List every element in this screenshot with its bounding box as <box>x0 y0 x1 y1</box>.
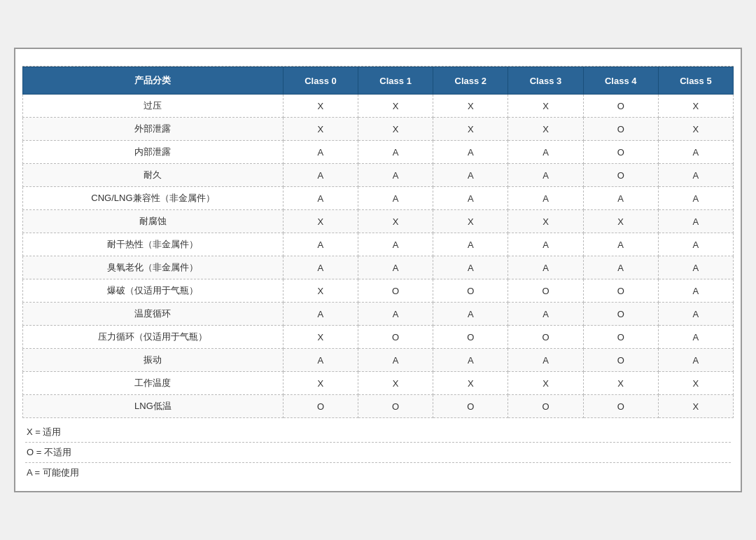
cell-r8-c4: O <box>583 279 658 303</box>
col-header-class-3: Class 3 <box>508 67 583 95</box>
cell-r11-c0: A <box>283 349 358 372</box>
cell-r9-c0: A <box>283 303 358 326</box>
cell-r11-c4: O <box>583 349 658 372</box>
table-row: 臭氧老化（非金属件）AAAAAA <box>23 256 734 279</box>
cell-r4-c4: A <box>583 187 658 210</box>
cell-r5-c4: X <box>583 210 658 233</box>
cell-r9-c5: A <box>658 303 733 326</box>
col-header-class-2: Class 2 <box>433 67 508 95</box>
cell-r0-c2: X <box>433 95 508 118</box>
cell-r8-c0: X <box>283 279 358 303</box>
cell-r12-c5: X <box>658 372 733 395</box>
cell-r0-c0: X <box>283 95 358 118</box>
cell-r6-c2: A <box>433 233 508 256</box>
cell-r12-c3: X <box>508 372 583 395</box>
cell-r13-c3: O <box>508 395 583 418</box>
cell-r6-c5: A <box>658 233 733 256</box>
cell-r10-c2: O <box>433 326 508 349</box>
cell-r11-c5: A <box>658 349 733 372</box>
table-row: 过压XXXXOX <box>23 95 734 118</box>
row-category-3: 耐久 <box>23 164 284 187</box>
legend-item-0: X = 适用 <box>25 422 731 443</box>
cell-r0-c1: X <box>358 95 433 118</box>
cell-r0-c3: X <box>508 95 583 118</box>
cell-r13-c5: X <box>658 395 733 418</box>
cell-r1-c1: X <box>358 118 433 141</box>
cell-r13-c0: O <box>283 395 358 418</box>
cell-r7-c4: A <box>583 256 658 279</box>
row-category-11: 振动 <box>23 349 284 372</box>
row-category-2: 内部泄露 <box>23 141 284 164</box>
row-category-0: 过压 <box>23 95 284 118</box>
cell-r4-c5: A <box>658 187 733 210</box>
table-title <box>22 56 734 67</box>
cell-r1-c0: X <box>283 118 358 141</box>
table-row: 爆破（仅适用于气瓶）XOOOOA <box>23 279 734 303</box>
cell-r12-c1: X <box>358 372 433 395</box>
cell-r1-c5: X <box>658 118 733 141</box>
cell-r10-c3: O <box>508 326 583 349</box>
cell-r1-c4: O <box>583 118 658 141</box>
cell-r11-c2: A <box>433 349 508 372</box>
row-category-1: 外部泄露 <box>23 118 284 141</box>
legend-item-1: O = 不适用 <box>25 443 731 463</box>
cell-r3-c5: A <box>658 164 733 187</box>
cell-r2-c4: O <box>583 141 658 164</box>
cell-r8-c2: O <box>433 279 508 303</box>
row-category-5: 耐腐蚀 <box>23 210 284 233</box>
legend-item-2: A = 可能使用 <box>25 463 731 483</box>
cell-r1-c3: X <box>508 118 583 141</box>
cell-r2-c1: A <box>358 141 433 164</box>
col-header-class-4: Class 4 <box>583 67 658 95</box>
cell-r5-c5: A <box>658 210 733 233</box>
cell-r5-c1: X <box>358 210 433 233</box>
cell-r4-c0: A <box>283 187 358 210</box>
col-header-category: 产品分类 <box>23 67 284 95</box>
table-row: 温度循环AAAAOA <box>23 303 734 326</box>
cell-r3-c4: O <box>583 164 658 187</box>
legend-area: X = 适用O = 不适用A = 可能使用 <box>22 418 734 484</box>
cell-r10-c0: X <box>283 326 358 349</box>
cell-r10-c5: A <box>658 326 733 349</box>
cell-r8-c1: O <box>358 279 433 303</box>
cell-r0-c5: X <box>658 95 733 118</box>
table-row: 振动AAAAOA <box>23 349 734 372</box>
row-category-4: CNG/LNG兼容性（非金属件） <box>23 187 284 210</box>
cell-r5-c2: X <box>433 210 508 233</box>
cell-r7-c0: A <box>283 256 358 279</box>
cell-r11-c3: A <box>508 349 583 372</box>
cell-r9-c1: A <box>358 303 433 326</box>
table-row: 耐干热性（非金属件）AAAAAA <box>23 233 734 256</box>
cell-r4-c1: A <box>358 187 433 210</box>
cell-r10-c4: O <box>583 326 658 349</box>
cell-r9-c4: O <box>583 303 658 326</box>
cell-r3-c1: A <box>358 164 433 187</box>
cell-r5-c0: X <box>283 210 358 233</box>
cell-r7-c3: A <box>508 256 583 279</box>
row-category-9: 温度循环 <box>23 303 284 326</box>
cell-r13-c1: O <box>358 395 433 418</box>
cell-r2-c2: A <box>433 141 508 164</box>
cell-r6-c0: A <box>283 233 358 256</box>
cell-r6-c4: A <box>583 233 658 256</box>
cell-r0-c4: O <box>583 95 658 118</box>
cell-r9-c2: A <box>433 303 508 326</box>
cell-r3-c2: A <box>433 164 508 187</box>
data-table: 产品分类Class 0Class 1Class 2Class 3Class 4C… <box>22 67 734 418</box>
table-row: 内部泄露AAAAOA <box>23 141 734 164</box>
table-row: 耐腐蚀XXXXXA <box>23 210 734 233</box>
table-row: LNG低温OOOOOX <box>23 395 734 418</box>
cell-r7-c5: A <box>658 256 733 279</box>
table-header-row: 产品分类Class 0Class 1Class 2Class 3Class 4C… <box>23 67 734 95</box>
cell-r4-c2: A <box>433 187 508 210</box>
table-body: 过压XXXXOX外部泄露XXXXOX内部泄露AAAAOA耐久AAAAOACNG/… <box>23 95 734 418</box>
cell-r11-c1: A <box>358 349 433 372</box>
row-category-6: 耐干热性（非金属件） <box>23 233 284 256</box>
row-category-8: 爆破（仅适用于气瓶） <box>23 279 284 303</box>
cell-r5-c3: X <box>508 210 583 233</box>
row-category-12: 工作温度 <box>23 372 284 395</box>
cell-r7-c2: A <box>433 256 508 279</box>
col-header-class-5: Class 5 <box>658 67 733 95</box>
col-header-class-0: Class 0 <box>283 67 358 95</box>
main-container: 产品分类Class 0Class 1Class 2Class 3Class 4C… <box>14 48 742 492</box>
